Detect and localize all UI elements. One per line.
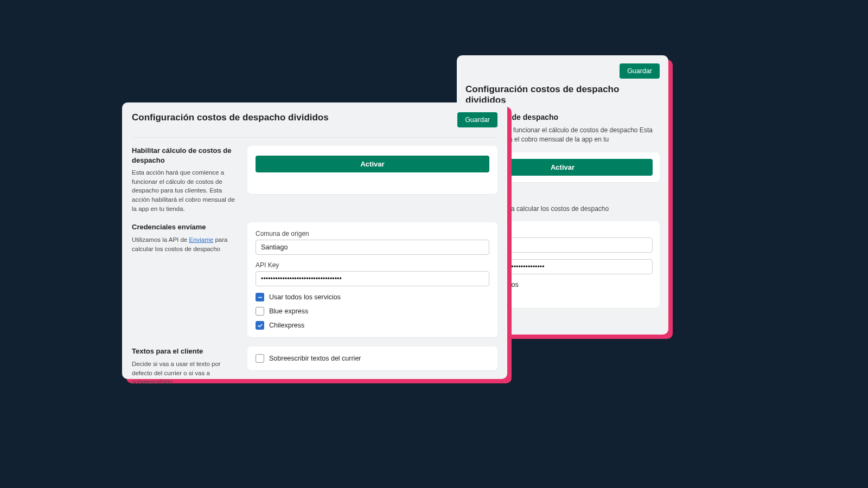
apikey-label: API Key [256,261,489,269]
header-front: Configuración costos de despacho dividid… [132,112,497,138]
apikey-input[interactable] [256,271,489,286]
svg-rect-0 [258,297,262,298]
comuna-input[interactable] [256,240,489,255]
config-card-front: Configuración costos de despacho dividid… [122,102,507,379]
texts-desc: Decide si vas a usar el texto por defect… [132,359,238,387]
checkbox-empty-icon [256,307,264,316]
texts-row: Textos para el cliente Decide si vas a u… [132,346,497,387]
activate-button[interactable]: Activar [256,156,489,172]
chk-all-label: Usar todos los servicios [269,293,341,301]
page-title-front: Configuración costos de despacho dividid… [132,112,329,123]
chk-chile-label: Chilexpress [269,322,304,329]
texts-heading: Textos para el cliente [132,346,238,356]
creds-row: Credenciales envíame Utilizamos la API d… [132,222,497,337]
checkbox-checked-icon [256,321,264,330]
enable-panel: Activar [247,146,497,194]
save-button-back[interactable]: Guardar [620,63,660,79]
chk-all-row[interactable]: Usar todos los servicios [256,293,489,301]
creds-heading: Credenciales envíame [132,222,238,232]
creds-panel: Comuna de origen API Key Usar todos los … [247,222,497,337]
creds-desc: Utilizamos la API de Enviame para calcul… [132,235,238,253]
save-button-front[interactable]: Guardar [457,112,497,127]
chk-chile-row[interactable]: Chilexpress [256,321,489,330]
chk-blue-label: Blue express [269,307,308,315]
enable-heading: Habilitar cálculo de costos de despacho [132,146,238,165]
chk-blue-row[interactable]: Blue express [256,307,489,316]
enable-row: Habilitar cálculo de costos de despacho … [132,146,497,213]
chk-override-label: Sobreescribir textos del currier [269,355,361,362]
comuna-label: Comuna de origen [256,230,489,237]
enviame-link[interactable]: Enviame [189,236,213,243]
enable-desc: Esta acción hará que comience a funciona… [132,168,238,213]
header-back: Guardar Configuración costos de despacho… [465,63,660,106]
chk-override-row[interactable]: Sobreescribir textos del currier [256,354,489,363]
checkbox-indeterminate-icon [256,293,264,301]
checkbox-empty-icon [256,354,264,363]
texts-panel: Sobreescribir textos del currier [247,346,497,370]
